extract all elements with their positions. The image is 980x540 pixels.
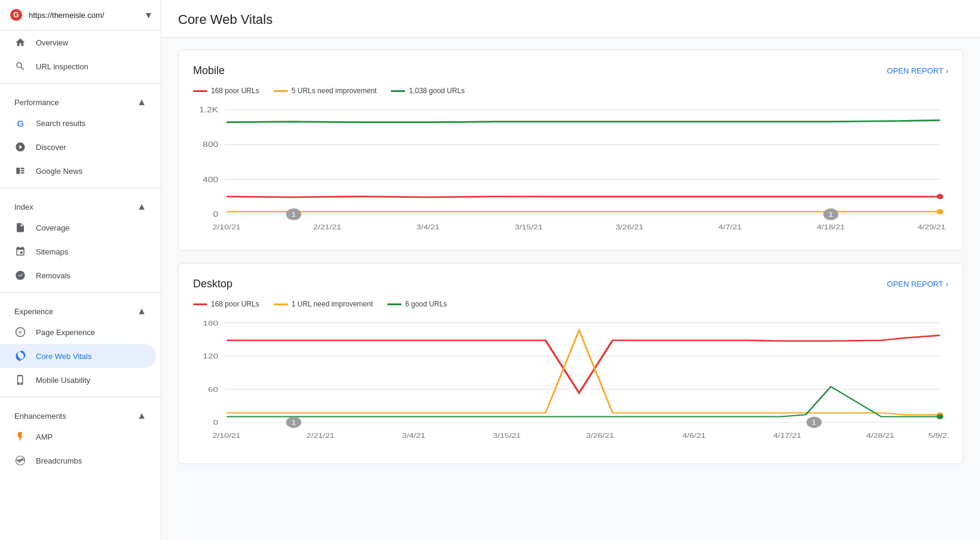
mobile-legend-good-line (391, 90, 405, 92)
mobile-legend-poor-label: 168 poor URLs (211, 87, 259, 95)
svg-text:5/9/21: 5/9/21 (928, 432, 948, 440)
mobile-chart: 1.2K 800 400 0 (193, 105, 948, 236)
performance-section-label: Performance (14, 98, 59, 107)
main-content-area: Core Web Vitals Mobile OPEN REPORT › 168… (161, 0, 980, 540)
desktop-legend-improvement-line (274, 303, 288, 305)
svg-text:2/10/21: 2/10/21 (213, 432, 241, 440)
sidebar-item-coverage[interactable]: Coverage (0, 216, 156, 240)
desktop-legend-improvement-label: 1 URL need improvement (292, 300, 373, 308)
mobile-card: Mobile OPEN REPORT › 168 poor URLs 5 URL… (178, 50, 963, 251)
svg-text:4/7/21: 4/7/21 (718, 223, 742, 231)
sidebar-item-breadcrumbs-label: Breadcrumbs (36, 456, 82, 465)
svg-text:2/21/21: 2/21/21 (307, 432, 335, 440)
discover-icon (14, 141, 26, 153)
svg-rect-3 (21, 168, 24, 169)
experience-section-header[interactable]: Experience ▲ (0, 297, 161, 320)
svg-point-17 (936, 209, 943, 214)
svg-text:3/15/21: 3/15/21 (493, 432, 521, 440)
desktop-legend: 168 poor URLs 1 URL need improvement 6 g… (193, 300, 948, 308)
svg-text:2/10/21: 2/10/21 (213, 223, 241, 231)
mobile-legend: 168 poor URLs 5 URLs need improvement 1,… (193, 87, 948, 95)
search-icon (14, 60, 26, 72)
svg-text:3/4/21: 3/4/21 (416, 223, 440, 231)
sidebar-item-url-inspection[interactable]: URL inspection (0, 54, 156, 78)
svg-text:3/15/21: 3/15/21 (514, 223, 543, 231)
mobile-card-title: Mobile (193, 65, 225, 77)
mobile-legend-good-label: 1,038 good URLs (409, 87, 464, 95)
desktop-chart-svg: 180 120 60 0 (193, 318, 948, 449)
svg-text:1: 1 (828, 211, 833, 219)
mobile-chart-svg: 1.2K 800 400 0 (193, 105, 948, 236)
desktop-legend-good: 6 good URLs (387, 300, 447, 308)
sidebar-item-overview[interactable]: Overview (0, 30, 156, 54)
svg-text:400: 400 (203, 175, 218, 183)
svg-text:1: 1 (292, 211, 296, 219)
svg-rect-4 (21, 170, 24, 171)
sidebar-item-amp[interactable]: AMP (0, 425, 156, 449)
sidebar-item-discover[interactable]: Discover (0, 135, 156, 159)
index-section-label: Index (14, 202, 33, 211)
sidebar-item-page-experience-label: Page Experience (36, 328, 95, 337)
svg-rect-5 (21, 172, 24, 173)
svg-text:120: 120 (203, 352, 218, 360)
main-content: Mobile OPEN REPORT › 168 poor URLs 5 URL… (161, 38, 980, 540)
house-icon (14, 36, 26, 48)
mobile-open-report-link[interactable]: OPEN REPORT › (887, 66, 948, 75)
sidebar-item-discover-label: Discover (36, 143, 66, 152)
desktop-card-title: Desktop (193, 278, 232, 290)
sidebar-item-breadcrumbs[interactable]: Breadcrumbs (0, 449, 156, 473)
desktop-legend-poor: 168 poor URLs (193, 300, 259, 308)
svg-text:2/21/21: 2/21/21 (313, 223, 341, 231)
sidebar: G https://themeisle.com/ ▾ Overview URL … (0, 0, 161, 540)
page-header: Core Web Vitals (161, 0, 980, 38)
svg-text:800: 800 (203, 140, 218, 149)
performance-section-header[interactable]: Performance ▲ (0, 88, 161, 111)
mobile-icon (14, 374, 26, 386)
svg-text:60: 60 (208, 385, 219, 393)
desktop-legend-good-label: 6 good URLs (405, 300, 447, 308)
experience-collapse-icon: ▲ (137, 306, 146, 317)
mobile-legend-improvement: 5 URLs need improvement (274, 87, 377, 95)
sidebar-item-page-experience[interactable]: Page Experience (0, 320, 156, 344)
sidebar-item-overview-label: Overview (36, 38, 68, 47)
svg-rect-2 (16, 168, 20, 174)
svg-point-16 (936, 194, 943, 200)
sidebar-item-amp-label: AMP (36, 432, 53, 441)
mobile-legend-poor-line (193, 90, 207, 92)
sidebar-item-search-results[interactable]: G Search results (0, 111, 156, 135)
sidebar-item-sitemaps-label: Sitemaps (36, 247, 68, 256)
enhancements-section-header[interactable]: Enhancements ▲ (0, 402, 161, 425)
sidebar-item-core-web-vitals[interactable]: Core Web Vitals (0, 344, 156, 368)
coverage-icon (14, 222, 26, 234)
desktop-open-report-arrow-icon: › (946, 280, 948, 289)
index-section-header[interactable]: Index ▲ (0, 193, 161, 216)
svg-text:3/26/21: 3/26/21 (586, 432, 614, 440)
performance-collapse-icon: ▲ (137, 97, 146, 108)
sidebar-item-removals[interactable]: Removals (0, 263, 156, 287)
sidebar-item-google-news[interactable]: Google News (0, 159, 156, 183)
amp-icon (14, 431, 26, 443)
mobile-open-report-label: OPEN REPORT (887, 66, 943, 75)
dropdown-icon[interactable]: ▾ (146, 8, 151, 22)
sitemaps-icon (14, 246, 26, 257)
sidebar-item-removals-label: Removals (36, 271, 71, 280)
svg-text:0: 0 (213, 210, 219, 219)
page-experience-icon (14, 326, 26, 338)
desktop-card-wrapper: Desktop OPEN REPORT › 168 poor URLs 1 UR… (178, 263, 963, 464)
desktop-open-report-link[interactable]: OPEN REPORT › (887, 280, 948, 289)
removals-icon (14, 269, 26, 281)
svg-text:3/4/21: 3/4/21 (402, 432, 425, 440)
mobile-legend-good: 1,038 good URLs (391, 87, 464, 95)
sidebar-item-sitemaps[interactable]: Sitemaps (0, 240, 156, 263)
svg-text:4/29/21: 4/29/21 (917, 223, 945, 231)
index-collapse-icon: ▲ (137, 201, 146, 212)
svg-text:0: 0 (213, 419, 219, 427)
mobile-legend-improvement-label: 5 URLs need improvement (292, 87, 377, 95)
site-selector[interactable]: G https://themeisle.com/ ▾ (0, 0, 161, 30)
sidebar-item-coverage-label: Coverage (36, 223, 69, 232)
sidebar-item-google-news-label: Google News (36, 167, 82, 176)
sidebar-item-mobile-usability[interactable]: Mobile Usability (0, 368, 156, 392)
desktop-legend-improvement: 1 URL need improvement (274, 300, 373, 308)
desktop-chart: 180 120 60 0 (193, 318, 948, 449)
sidebar-item-search-results-label: Search results (36, 119, 85, 128)
